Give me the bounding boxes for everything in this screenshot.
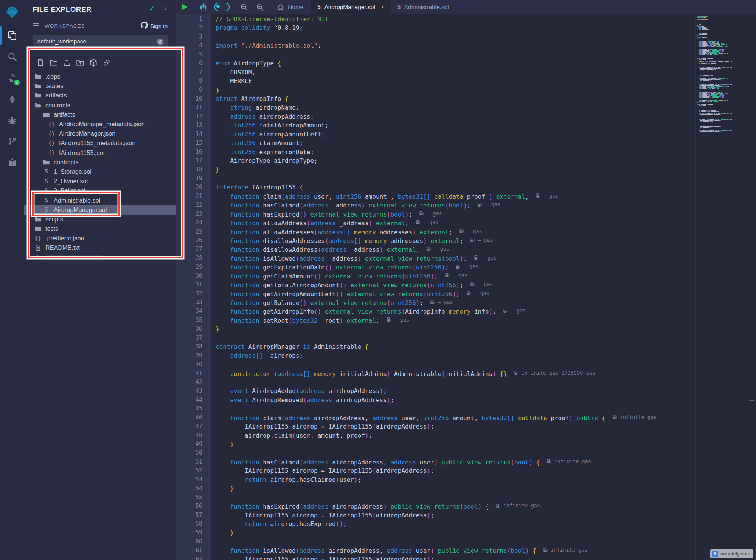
tree-file[interactable]: SAirdropManager.sol <box>24 205 176 215</box>
code-line[interactable]: uint256 totalAirdropAmount; <box>216 122 695 130</box>
tree-folder[interactable]: tests <box>24 224 176 234</box>
solidity-compiler-icon[interactable]: ✓ <box>0 67 24 88</box>
debugger-icon[interactable] <box>0 110 24 131</box>
code-line[interactable]: string airdropName; <box>216 104 695 113</box>
code-line[interactable]: function getAirdropInfo() external view … <box>216 308 695 316</box>
code-line[interactable]: address airdropAddress; <box>216 113 695 122</box>
tab-home[interactable]: Home <box>272 0 311 14</box>
code-line[interactable]: function getBalance() external view retu… <box>216 299 695 308</box>
minimap[interactable] <box>695 14 733 560</box>
tab-airdropmanager-sol[interactable]: SAirdropManager.sol× <box>311 0 391 14</box>
code-line[interactable]: function allowAddress(address _address) … <box>216 219 695 228</box>
cube-icon[interactable] <box>89 59 98 67</box>
code-line[interactable]: function claim(address user, uint256 amo… <box>216 193 695 201</box>
code-line[interactable]: function disallowAddress(address _addres… <box>216 246 695 254</box>
workspace-options-button[interactable] <box>157 38 164 45</box>
tree-folder[interactable]: artifacts <box>24 91 176 100</box>
upload-file-icon[interactable] <box>63 59 71 67</box>
code-line[interactable]: } <box>216 325 695 334</box>
code-line[interactable]: airdrop.claim(user, amount, proof); <box>216 432 695 441</box>
ai-copilot-icon[interactable] <box>196 0 211 14</box>
code-line[interactable] <box>216 379 695 387</box>
tree-file[interactable]: S2_Owner.sol <box>24 176 176 186</box>
tree-file[interactable]: S1_Storage.sol <box>24 167 176 176</box>
code-line[interactable]: IAirdrop1155 airdrop = IAirdrop1155(aird… <box>216 556 695 560</box>
code-line[interactable]: pragma solidity ^0.8.19; <box>216 24 695 33</box>
code-line[interactable]: struct AirdropInfo { <box>216 95 695 104</box>
code-line[interactable]: return airdrop.hasExpired(); <box>216 520 695 529</box>
code-line[interactable]: function allowAddresses(address[] memory… <box>216 228 695 237</box>
tree-folder[interactable]: contracts <box>24 101 176 110</box>
tree-file[interactable]: {}AirdropManager.json <box>24 129 176 138</box>
scrollbar-gutter[interactable] <box>733 14 756 560</box>
code-line[interactable]: function getAirdropAmountLeft() external… <box>216 290 695 299</box>
file-explorer-icon[interactable] <box>0 25 24 46</box>
code-line[interactable]: function getTotalAirdropAmount() externa… <box>216 281 695 290</box>
code-line[interactable] <box>216 494 695 503</box>
tree-file[interactable]: SAdministrable.sol <box>24 195 176 205</box>
line-numbers[interactable]: 1234567891011121314151617181920212223242… <box>176 14 211 560</box>
git-icon[interactable] <box>0 131 24 152</box>
deploy-run-icon[interactable] <box>0 88 24 110</box>
code-line[interactable]: } <box>216 166 695 175</box>
code-line[interactable]: function isAllowed(address _address) ext… <box>216 255 695 263</box>
code-line[interactable]: uint256 airdropAmountLeft; <box>216 131 695 139</box>
link-icon[interactable] <box>102 59 111 67</box>
tree-file[interactable]: {}IAirdrop1155_metadata.json <box>24 138 176 148</box>
workspaces-menu-icon[interactable] <box>33 23 39 28</box>
tree-file[interactable]: {}.prettierrc.json <box>24 234 176 243</box>
code-line[interactable] <box>216 334 695 343</box>
code-line[interactable]: event AirdropAdded(address airdropAddres… <box>216 387 695 396</box>
tree-file[interactable]: {}AirdropManager_metadata.json <box>24 119 176 129</box>
tree-folder[interactable]: artifacts <box>24 110 176 119</box>
tree-file[interactable]: README.txt <box>24 243 176 252</box>
code-line[interactable]: IAirdrop1155 airdrop = IAirdrop1155(aird… <box>216 512 695 520</box>
code-line[interactable]: } <box>216 441 695 449</box>
tree-file[interactable]: S <box>24 253 176 262</box>
code-line[interactable]: function getClaimAmount() external view … <box>216 272 695 281</box>
new-folder-icon[interactable] <box>50 59 58 67</box>
code-line[interactable]: function hasExpired() external view retu… <box>216 210 695 219</box>
code-line[interactable]: uint256 expirationDate; <box>216 149 695 157</box>
code-line[interactable] <box>216 51 695 60</box>
code-line[interactable] <box>216 175 695 184</box>
code-line[interactable] <box>216 538 695 547</box>
tree-folder[interactable]: contracts <box>24 158 176 167</box>
search-icon[interactable] <box>0 46 24 67</box>
code-line[interactable]: MERKLE <box>216 77 695 86</box>
code-line[interactable]: constructor (address[] memory initialAdm… <box>216 370 695 379</box>
code-line[interactable] <box>216 33 695 42</box>
zoom-in-button[interactable] <box>252 0 268 14</box>
code-line[interactable]: } <box>216 529 695 538</box>
code-line[interactable]: function setRoot(bytes32 _root) external… <box>216 317 695 325</box>
code-line[interactable]: event AirdropRemoved(address airdropAddr… <box>216 396 695 405</box>
code-line[interactable]: AirdropType airdropType; <box>216 157 695 166</box>
code-line[interactable]: contract AirdropManager is Administrable… <box>216 343 695 352</box>
code-line[interactable] <box>216 449 695 458</box>
code-line[interactable]: interface IAirdrop1155 { <box>216 184 695 192</box>
code-line[interactable]: address[] _airdrops; <box>216 352 695 361</box>
ai-copilot-toggle[interactable] <box>214 3 230 11</box>
code-line[interactable]: import "./Administrable.sol"; <box>216 42 695 51</box>
code-line[interactable]: function getExpirationDate() external vi… <box>216 263 695 272</box>
upload-folder-icon[interactable] <box>76 59 84 67</box>
code-line[interactable]: function hasExpired(address airdropAddre… <box>216 503 695 511</box>
code-line[interactable] <box>216 361 695 370</box>
tree-folder[interactable]: scripts <box>24 215 176 224</box>
code-line[interactable]: } <box>216 87 695 95</box>
run-script-button[interactable] <box>176 0 192 14</box>
scrollbar-thumb[interactable] <box>749 400 754 401</box>
code-line[interactable]: function claim(address airdropAddress, a… <box>216 414 695 423</box>
tree-file[interactable]: S3_Ballot.sol <box>24 186 176 195</box>
tree-folder[interactable]: .deps <box>24 72 176 81</box>
zoom-out-button[interactable] <box>236 0 252 14</box>
chevron-right-icon[interactable]: › <box>164 3 167 12</box>
new-file-icon[interactable] <box>37 59 45 67</box>
code-line[interactable]: uint256 claimAmount; <box>216 139 695 148</box>
code-line[interactable]: } <box>216 485 695 493</box>
tree-folder[interactable]: .states <box>24 81 176 91</box>
tab-administrable-sol[interactable]: SAdministrable.sol <box>391 0 455 14</box>
code-line[interactable]: IAirdrop1155 airdrop = IAirdrop1155(aird… <box>216 467 695 476</box>
code-line[interactable]: enum AirdropType { <box>216 60 695 68</box>
code-area[interactable]: // SPDX-License-Identifier: MITpragma so… <box>211 14 695 560</box>
